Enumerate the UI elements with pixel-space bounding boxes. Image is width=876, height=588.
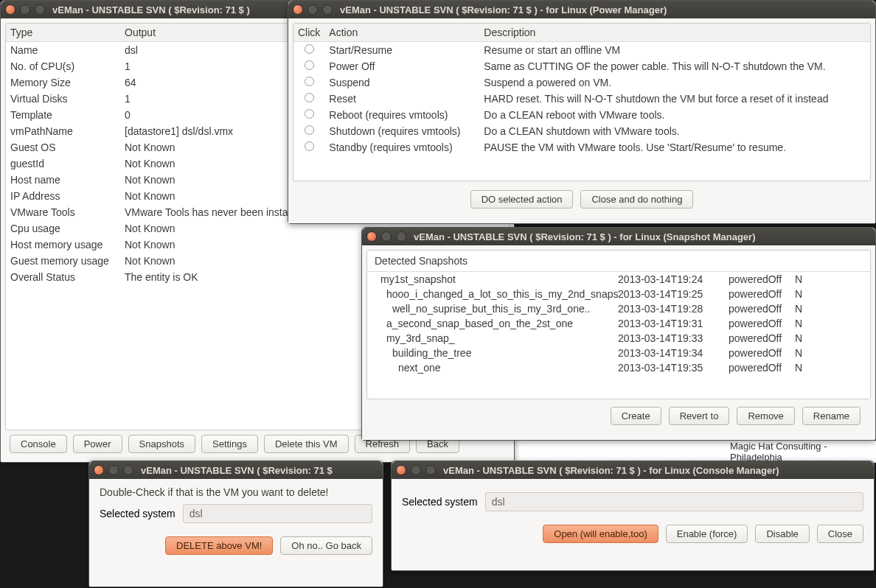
action-cell: Standby (requires vmtools) xyxy=(324,139,479,155)
snapshot-flag: N xyxy=(795,318,810,329)
do-action-button[interactable]: DO selected action xyxy=(470,190,574,209)
list-item[interactable]: my1st_snapshot2013-03-14T19:24poweredOff… xyxy=(367,272,870,287)
minimize-icon[interactable] xyxy=(381,231,392,242)
delete-vm-button[interactable]: Delete this VM xyxy=(264,435,349,453)
table-row[interactable]: Start/ResumeResume or start an offline V… xyxy=(293,42,870,59)
action-cell: Power Off xyxy=(324,58,479,74)
table-row[interactable]: Standby (requires vmtools)PAUSE the VM w… xyxy=(293,139,870,155)
table-row[interactable]: Reboot (requires vmtools)Do a CLEAN rebo… xyxy=(293,107,870,123)
radio-icon[interactable] xyxy=(305,141,314,151)
maximize-icon[interactable] xyxy=(322,4,333,15)
table-row[interactable]: SuspendSuspend a powered on VM. xyxy=(293,74,870,91)
cancel-delete-button[interactable]: Oh no.. Go back xyxy=(280,536,372,555)
radio-icon[interactable] xyxy=(305,93,314,102)
selected-system-field[interactable]: dsl xyxy=(183,504,372,523)
close-power-button[interactable]: Close and do nothing xyxy=(580,190,693,209)
th-click[interactable]: Click xyxy=(293,24,324,42)
click-cell xyxy=(293,139,324,155)
radio-icon[interactable] xyxy=(305,77,314,86)
snapshot-date: 2013-03-14T19:25 xyxy=(618,288,729,300)
snapshot-flag: N xyxy=(795,288,810,300)
settings-button[interactable]: Settings xyxy=(201,435,258,453)
th-type[interactable]: Type xyxy=(6,24,120,42)
radio-icon[interactable] xyxy=(305,60,314,70)
snapshot-date: 2013-03-14T19:33 xyxy=(618,332,729,344)
minimize-icon[interactable] xyxy=(108,465,119,475)
selected-system-label: Selected system xyxy=(100,508,175,519)
maximize-icon[interactable] xyxy=(396,231,406,242)
table-row[interactable]: Shutdown (requires vmtools)Do a CLEAN sh… xyxy=(293,123,870,139)
list-item[interactable]: building_the_tree2013-03-14T19:34powered… xyxy=(367,346,870,360)
enable-console-button[interactable]: Enable (force) xyxy=(666,525,748,543)
table-row[interactable]: Power OffSame as CUTTING OF the power ca… xyxy=(293,58,870,74)
description-cell: Resume or start an offline VM xyxy=(479,42,870,59)
close-console-button[interactable]: Close xyxy=(817,525,863,543)
list-item[interactable]: a_second_snap_based_on_the_2st_one2013-0… xyxy=(367,316,870,331)
th-description[interactable]: Description xyxy=(479,24,870,42)
snapshot-state: poweredOff xyxy=(729,332,795,344)
list-item[interactable]: next_one2013-03-14T19:35poweredOffN xyxy=(367,360,870,375)
minimize-icon[interactable] xyxy=(411,465,421,475)
list-item[interactable]: my_3rd_snap_2013-03-14T19:33poweredOffN xyxy=(367,331,870,346)
list-item[interactable]: well_no_suprise_but_this_is_my_3rd_one..… xyxy=(367,301,870,316)
titlebar-console[interactable]: vEMan - UNSTABLE SVN ( $Revision: 71 $ )… xyxy=(392,461,874,479)
close-icon[interactable] xyxy=(5,4,15,15)
info-type-cell: Host memory usage xyxy=(6,237,120,253)
titlebar-power[interactable]: vEMan - UNSTABLE SVN ( $Revision: 71 $ )… xyxy=(288,1,875,18)
info-type-cell: guestId xyxy=(6,155,120,172)
description-cell: Suspend a powered on VM. xyxy=(479,74,870,91)
delete-message: Double-Check if that is the VM you want … xyxy=(89,479,383,498)
radio-icon[interactable] xyxy=(305,44,314,54)
power-button[interactable]: Power xyxy=(73,435,122,453)
titlebar-delete[interactable]: vEMan - UNSTABLE SVN ( $Revision: 71 $ xyxy=(89,461,383,479)
description-cell: PAUSE the VM with VMware tools. Use 'Sta… xyxy=(479,139,870,155)
snapshot-name: hooo_i_changed_a_lot_so_this_is_my_2nd_s… xyxy=(375,288,618,300)
console-button[interactable]: Console xyxy=(10,435,67,453)
snapshot-list[interactable]: my1st_snapshot2013-03-14T19:24poweredOff… xyxy=(367,272,870,375)
create-snapshot-button[interactable]: Create xyxy=(611,407,661,425)
snapshot-name: building_the_tree xyxy=(375,347,618,359)
close-icon[interactable] xyxy=(396,465,406,475)
snapshot-name: a_second_snap_based_on_the_2st_one xyxy=(375,318,618,329)
minimize-icon[interactable] xyxy=(20,4,30,15)
snapshots-button[interactable]: Snapshots xyxy=(128,435,195,453)
snapshot-state: poweredOff xyxy=(729,347,795,359)
description-cell: HARD reset. This will N-O-T shutdown the… xyxy=(479,91,870,107)
snapshot-date: 2013-03-14T19:31 xyxy=(618,318,729,329)
close-icon[interactable] xyxy=(366,231,377,242)
disable-console-button[interactable]: Disable xyxy=(755,525,809,543)
revert-snapshot-button[interactable]: Revert to xyxy=(669,407,730,425)
snapshot-flag: N xyxy=(795,273,810,285)
info-type-cell: Memory Size xyxy=(6,74,120,91)
radio-icon[interactable] xyxy=(305,109,314,119)
snapshot-flag: N xyxy=(795,303,810,315)
confirm-delete-button[interactable]: DELETE above VM! xyxy=(165,536,273,555)
th-action[interactable]: Action xyxy=(324,24,479,42)
close-icon[interactable] xyxy=(293,4,303,15)
click-cell xyxy=(293,123,324,139)
radio-icon[interactable] xyxy=(305,125,314,135)
click-cell xyxy=(293,107,324,123)
titlebar-snapshots[interactable]: vEMan - UNSTABLE SVN ( $Revision: 71 $ )… xyxy=(362,228,875,245)
snapshot-name: well_no_suprise_but_this_is_my_3rd_one.. xyxy=(375,303,618,315)
rename-snapshot-button[interactable]: Rename xyxy=(802,407,861,425)
close-icon[interactable] xyxy=(94,465,104,475)
window-delete: vEMan - UNSTABLE SVN ( $Revision: 71 $ D… xyxy=(88,461,383,587)
titlebar-buttons xyxy=(5,4,45,15)
maximize-icon[interactable] xyxy=(425,465,436,475)
action-cell: Reboot (requires vmtools) xyxy=(324,107,479,123)
table-row[interactable]: ResetHARD reset. This will N-O-T shutdow… xyxy=(293,91,870,107)
description-cell: Same as CUTTING OF the power cable. This… xyxy=(479,58,870,74)
remove-snapshot-button[interactable]: Remove xyxy=(737,407,794,425)
info-type-cell: No. of CPU(s) xyxy=(6,58,120,74)
maximize-icon[interactable] xyxy=(35,4,45,15)
minimize-icon[interactable] xyxy=(307,4,318,15)
selected-system-field[interactable]: dsl xyxy=(485,492,863,511)
open-console-button[interactable]: Open (will enable,too) xyxy=(543,525,658,543)
list-item[interactable]: hooo_i_changed_a_lot_so_this_is_my_2nd_s… xyxy=(367,287,870,301)
snapshot-date: 2013-03-14T19:34 xyxy=(618,347,729,359)
snapshot-date: 2013-03-14T19:24 xyxy=(618,273,729,285)
info-type-cell: Guest memory usage xyxy=(6,253,120,269)
snapshot-name: my1st_snapshot xyxy=(375,273,618,285)
maximize-icon[interactable] xyxy=(123,465,133,475)
